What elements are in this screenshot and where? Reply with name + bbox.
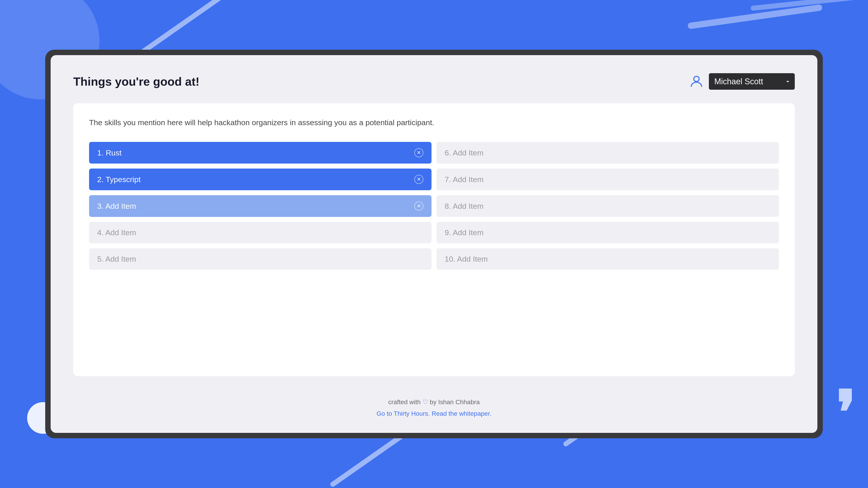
page-title: Things you're good at!: [73, 75, 199, 88]
content-card: The skills you mention here will help ha…: [73, 103, 795, 376]
skills-grid: 1. Rust✕6. Add Item2. Typescript✕7. Add …: [89, 142, 779, 270]
skill-item-9[interactable]: 9. Add Item: [436, 222, 779, 243]
skill-label-3: 3. Add Item: [97, 202, 136, 210]
skill-item-3[interactable]: 3. Add Item✕: [89, 195, 432, 217]
main-window: Things you're good at! Michael Scott The…: [45, 50, 823, 438]
skill-label-9: 9. Add Item: [445, 228, 484, 237]
user-avatar-icon: [688, 74, 704, 90]
user-selector: Michael Scott: [688, 73, 795, 90]
skill-label-7: 7. Add Item: [445, 175, 484, 184]
footer-crafted-prefix: crafted with: [388, 398, 423, 405]
skill-item-8[interactable]: 8. Add Item: [436, 195, 779, 217]
skill-item-7[interactable]: 7. Add Item: [436, 168, 779, 190]
skill-label-5: 5. Add Item: [97, 255, 136, 263]
window-content: Things you're good at! Michael Scott The…: [51, 55, 817, 433]
skill-label-2: 2. Typescript: [97, 175, 141, 184]
footer-crafted-suffix: by Ishan Chhabra: [430, 398, 480, 405]
skill-item-4[interactable]: 4. Add Item: [89, 222, 432, 243]
skill-label-1: 1. Rust: [97, 149, 122, 157]
footer-line2: Go to Thirty Hours. Read the whitepaper.: [73, 408, 795, 419]
svg-point-0: [694, 76, 699, 81]
skill-item-5[interactable]: 5. Add Item: [89, 248, 432, 270]
skill-label-10: 10. Add Item: [445, 255, 488, 263]
skill-item-2[interactable]: 2. Typescript✕: [89, 168, 432, 190]
footer-link[interactable]: Go to Thirty Hours. Read the whitepaper.: [377, 410, 491, 417]
user-select[interactable]: Michael Scott: [709, 73, 795, 90]
description-text: The skills you mention here will help ha…: [89, 117, 779, 128]
remove-skill-2[interactable]: ✕: [414, 175, 423, 184]
skill-item-6[interactable]: 6. Add Item: [436, 142, 779, 164]
footer-heart-icon: ♡: [423, 398, 428, 405]
bg-decoration-comma: ❜: [835, 384, 855, 443]
skill-label-8: 8. Add Item: [445, 202, 484, 210]
skill-item-10[interactable]: 10. Add Item: [436, 248, 779, 270]
skill-label-6: 6. Add Item: [445, 149, 484, 157]
page-footer: crafted with ♡ by Ishan Chhabra Go to Th…: [73, 390, 795, 419]
footer-line1: crafted with ♡ by Ishan Chhabra: [73, 396, 795, 408]
skill-item-1[interactable]: 1. Rust✕: [89, 142, 432, 164]
page-header: Things you're good at! Michael Scott: [73, 73, 795, 90]
remove-skill-3[interactable]: ✕: [414, 201, 423, 210]
skill-label-4: 4. Add Item: [97, 228, 136, 237]
remove-skill-1[interactable]: ✕: [414, 148, 423, 157]
